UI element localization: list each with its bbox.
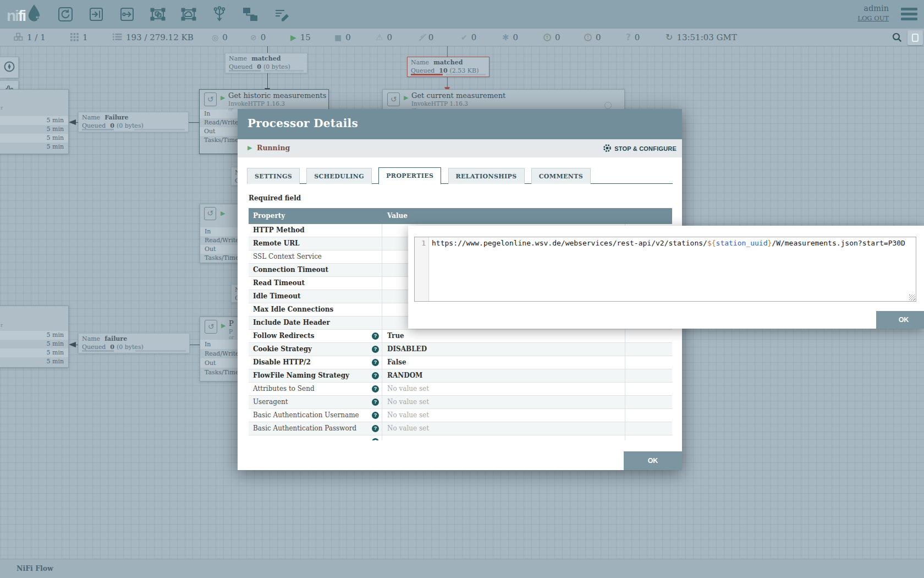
processor-badge-icon bbox=[604, 102, 612, 109]
page-icon bbox=[912, 34, 919, 42]
tab-properties[interactable]: PROPERTIES bbox=[378, 167, 441, 184]
funnel-component-icon[interactable] bbox=[211, 6, 228, 23]
search-icon[interactable] bbox=[892, 32, 902, 42]
up-to-date-check-icon: ✔ bbox=[461, 34, 468, 41]
sync-failure-question-icon: ? bbox=[626, 34, 631, 42]
refresh-icon[interactable]: ↻ bbox=[666, 33, 673, 42]
property-value-editor: 1 https://www.pegelonline.wsv.de/webserv… bbox=[408, 226, 924, 329]
value-editor-textarea[interactable]: 1 https://www.pegelonline.wsv.de/webserv… bbox=[414, 237, 916, 302]
property-row: Cookie Strategy?DISABLED bbox=[249, 343, 672, 356]
property-row: Useragent?No value set bbox=[249, 396, 672, 409]
component-toolbar bbox=[57, 6, 289, 23]
tab-settings[interactable]: SETTINGS bbox=[247, 168, 300, 184]
property-row-clipped: ? bbox=[249, 435, 672, 440]
processor-icon: ↺ bbox=[387, 92, 400, 106]
property-row: Follow Redirects?True bbox=[249, 330, 672, 343]
transmitting-icon: ◎ bbox=[212, 34, 218, 41]
template-component-icon[interactable] bbox=[242, 6, 258, 23]
dialog-ok-button[interactable]: OK bbox=[624, 451, 682, 470]
processor-icon: ↺ bbox=[205, 320, 217, 334]
running-icon: ▶ bbox=[404, 94, 408, 101]
navigate-palette-button[interactable] bbox=[0, 57, 19, 78]
tab-scheduling[interactable]: SCHEDULING bbox=[306, 168, 372, 184]
nifi-app: Namematched Queued0(0 bytes) Namematched… bbox=[0, 0, 924, 578]
connection-label-failure-1[interactable]: NameFailure Queued0(0 bytes) bbox=[78, 112, 189, 132]
panel-toggle-button[interactable] bbox=[908, 30, 923, 45]
tab-comments[interactable]: COMMENTS bbox=[531, 168, 591, 184]
processor-icon: ↺ bbox=[204, 207, 216, 220]
help-icon[interactable]: ? bbox=[372, 359, 379, 366]
help-icon[interactable]: ? bbox=[372, 346, 379, 353]
dialog-tab-bar: SETTINGS SCHEDULING PROPERTIES RELATIONS… bbox=[247, 167, 673, 184]
queued-list-icon bbox=[113, 33, 122, 42]
running-icon: ▶ bbox=[221, 94, 225, 101]
help-icon[interactable]: ? bbox=[372, 399, 379, 406]
locally-modified-asterisk-icon: ✱ bbox=[502, 34, 509, 42]
run-state-label: Running bbox=[257, 144, 290, 152]
current-user: admin bbox=[857, 4, 889, 13]
properties-table-header: Property Value bbox=[249, 208, 672, 224]
property-row: Disable HTTP/2?False bbox=[249, 356, 672, 369]
input-port-component-icon[interactable] bbox=[88, 6, 105, 23]
nifi-logo: nifi bbox=[7, 4, 42, 25]
connection-arrow bbox=[69, 119, 76, 125]
dialog-header: Processor Details bbox=[238, 109, 682, 139]
label-component-icon[interactable] bbox=[273, 6, 289, 23]
running-count-icon: ▶ bbox=[290, 34, 296, 41]
running-icon: ▶ bbox=[221, 210, 225, 217]
required-field-note: Required field bbox=[249, 194, 682, 202]
property-row: Attributes to Send?No value set bbox=[249, 383, 672, 396]
not-transmitting-icon: ⊘ bbox=[250, 34, 257, 41]
connection-label-failure-2[interactable]: Namefailure Queued0(0 bytes) bbox=[78, 333, 190, 353]
editor-ok-button[interactable]: OK bbox=[876, 311, 924, 329]
resize-handle[interactable] bbox=[909, 295, 915, 301]
processor-clipped-left-1[interactable]: r 5 min 5 min 5 min 5 min bbox=[0, 89, 69, 154]
modified-stale-exclamation-icon: ! bbox=[584, 34, 592, 41]
stop-and-configure-button[interactable]: STOP & CONFIGURE bbox=[603, 144, 676, 154]
dialog-status-row: ▶ Running STOP & CONFIGURE bbox=[238, 139, 682, 157]
tab-relationships[interactable]: RELATIONSHIPS bbox=[448, 168, 525, 184]
flow-status-bar: 1 / 1 1 193 / 279.12 KB ◎0 ⊘0 ▶15 ■0 ⚠0 … bbox=[0, 29, 924, 46]
cluster-cubes-icon bbox=[14, 32, 23, 42]
last-refreshed-time: 13:51:03 GMT bbox=[676, 32, 736, 42]
output-port-component-icon[interactable] bbox=[119, 6, 135, 23]
help-icon[interactable]: ? bbox=[372, 385, 379, 392]
property-row: Basic Authentication Username?No value s… bbox=[249, 409, 672, 422]
processor-clipped-left-2[interactable]: r 5 min 5 min 5 min 5 min bbox=[0, 306, 69, 368]
dialog-title: Processor Details bbox=[238, 109, 682, 130]
remote-process-group-component-icon[interactable] bbox=[180, 6, 197, 23]
stopped-count-icon: ■ bbox=[334, 34, 342, 41]
disabled-bolt-icon: ⚡ bbox=[419, 34, 425, 41]
help-icon[interactable]: ? bbox=[372, 438, 379, 440]
logout-link[interactable]: LOG OUT bbox=[857, 14, 889, 22]
global-menu-icon[interactable] bbox=[901, 8, 917, 23]
help-icon[interactable]: ? bbox=[372, 332, 379, 340]
property-row: Basic Authentication Password?No value s… bbox=[249, 422, 672, 435]
breadcrumb-bar: NiFi Flow bbox=[0, 559, 924, 578]
help-icon[interactable]: ? bbox=[372, 425, 379, 432]
nifi-droplet-icon bbox=[26, 4, 42, 25]
help-icon[interactable]: ? bbox=[372, 372, 379, 379]
threads-grid-icon bbox=[70, 33, 79, 42]
connection-arrow bbox=[69, 342, 76, 347]
running-icon: ▶ bbox=[221, 322, 226, 329]
connection-label-matched-1[interactable]: Namematched Queued0(0 bytes) bbox=[225, 53, 307, 73]
help-icon[interactable]: ? bbox=[372, 412, 379, 419]
line-number-gutter: 1 bbox=[415, 237, 429, 301]
stale-up-arrow-icon: ↑ bbox=[543, 34, 551, 41]
gear-stop-icon bbox=[603, 144, 612, 154]
invalid-warning-icon: ⚠ bbox=[376, 34, 383, 42]
editor-code-line: https://www.pegelonline.wsv.de/webservic… bbox=[432, 239, 915, 247]
processor-component-icon[interactable] bbox=[57, 6, 74, 23]
processor-icon: ↺ bbox=[204, 92, 217, 106]
running-status-icon: ▶ bbox=[248, 144, 252, 151]
connection-label-matched-2[interactable]: Namematched Queued10(2.53 KB) bbox=[407, 57, 490, 77]
process-group-component-icon[interactable] bbox=[150, 6, 166, 23]
compass-icon bbox=[3, 61, 15, 75]
app-header: nifi bbox=[0, 0, 924, 29]
property-row: FlowFile Naming Strategy?RANDOM bbox=[249, 369, 672, 383]
breadcrumb[interactable]: NiFi Flow bbox=[16, 564, 53, 572]
